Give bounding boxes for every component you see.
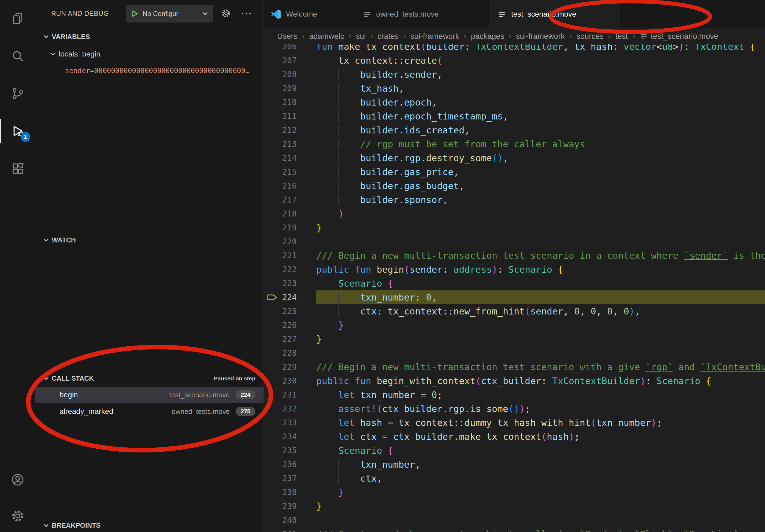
code-line[interactable]: 225 ctx: tx_context::new_from_hint(sende… [264, 304, 765, 318]
breadcrumb-item[interactable]: Users [277, 32, 298, 41]
activitybar-extensions[interactable] [0, 152, 35, 184]
breadcrumb-item[interactable]: sources [576, 32, 604, 41]
line-number[interactable]: 221 [264, 249, 297, 263]
code-line[interactable]: 232 assert!(ctx_builder.rgp.is_some()); [264, 402, 765, 416]
line-number[interactable]: 233 [264, 416, 297, 430]
breadcrumb-item[interactable]: sui [356, 32, 366, 41]
code-line[interactable]: 207 tx_context::create( [264, 54, 765, 68]
line-number[interactable]: 206 [264, 44, 297, 54]
line-number[interactable]: 237 [264, 471, 297, 485]
line-number[interactable]: 212 [264, 123, 297, 137]
breadcrumb-item[interactable]: packages [471, 32, 504, 41]
activitybar-run-debug[interactable]: 1 [0, 115, 35, 147]
line-number[interactable]: 227 [264, 332, 297, 346]
code-line[interactable]: 229/// Begin a new multi-transaction tes… [264, 360, 765, 374]
code-line[interactable]: 223 Scenario { [264, 276, 765, 290]
section-breakpoints[interactable]: BREAKPOINTS [35, 519, 264, 532]
stack-frame-begin[interactable]: begin test_scenario.move 224 [35, 387, 264, 402]
section-watch[interactable]: WATCH [35, 233, 264, 247]
line-number[interactable]: 238 [264, 485, 297, 499]
code-line[interactable]: 237 ctx, [264, 471, 765, 485]
code-line[interactable]: 224 txn_number: 0, [264, 290, 765, 304]
tab-owned-tests[interactable]: owned_tests.move [355, 0, 490, 28]
line-number[interactable]: 213 [264, 137, 297, 151]
line-number[interactable]: 214 [264, 151, 297, 165]
section-call-stack[interactable]: CALL STACK Paused on step [35, 371, 264, 386]
activitybar-source-control[interactable] [0, 78, 35, 110]
code-line[interactable]: 219} [264, 221, 765, 235]
code-line[interactable]: 241/// Creates and shares system objects… [264, 527, 765, 532]
views-more-button[interactable]: ⋯ [240, 7, 253, 20]
activitybar-search[interactable] [0, 40, 35, 72]
code-line[interactable]: 235 Scenario { [264, 443, 765, 457]
line-number[interactable]: 228 [264, 346, 297, 360]
line-number[interactable]: 208 [264, 68, 297, 82]
code-line[interactable]: 216 builder.gas_budget, [264, 179, 765, 193]
breadcrumb-item[interactable]: crates [378, 32, 398, 41]
code-line[interactable]: 240 [264, 513, 765, 527]
activitybar-account[interactable] [0, 464, 35, 496]
line-number[interactable]: 230 [264, 374, 297, 388]
code-line[interactable]: 239} [264, 499, 765, 513]
line-number[interactable]: 234 [264, 430, 297, 443]
line-number[interactable]: 211 [264, 109, 297, 123]
activitybar-settings[interactable] [0, 500, 35, 532]
line-number[interactable]: 231 [264, 388, 297, 402]
code-line[interactable]: 226 } [264, 318, 765, 332]
code-line[interactable]: 236 txn_number, [264, 457, 765, 471]
line-number[interactable]: 209 [264, 82, 297, 95]
code-line[interactable]: 228 [264, 346, 765, 360]
breadcrumb-item[interactable]: adamwelc [309, 32, 344, 41]
variable-sender[interactable]: sender = 0000000000000000000000000000000… [35, 64, 264, 77]
line-number[interactable]: 218 [264, 207, 297, 221]
line-number[interactable]: 241 [264, 527, 297, 532]
line-number[interactable]: 219 [264, 221, 297, 235]
code-line[interactable]: 214 builder.rgp.destroy_some(), [264, 151, 765, 165]
line-number[interactable]: 232 [264, 402, 297, 416]
breadcrumb-file[interactable]: test_scenario.move [640, 32, 718, 41]
debug-config-dropdown[interactable]: No Configur [126, 5, 213, 23]
section-variables[interactable]: VARIABLES [35, 30, 264, 43]
code-line[interactable]: 234 let ctx = ctx_builder.make_tx_contex… [264, 430, 765, 443]
code-line[interactable]: 215 builder.gas_price, [264, 165, 765, 179]
stack-frame-already-marked[interactable]: already_marked owned_tests.move 275 [35, 404, 264, 419]
code-line[interactable]: 213 // rgp must be set from the caller a… [264, 137, 765, 151]
code-line[interactable]: 209 tx_hash, [264, 82, 765, 95]
line-number[interactable]: 222 [264, 263, 297, 276]
breadcrumb-item[interactable]: sui-framework [516, 32, 565, 41]
code-line[interactable]: 218 ) [264, 207, 765, 221]
debug-settings-button[interactable] [220, 7, 232, 20]
code-line[interactable]: 227} [264, 332, 765, 346]
line-number[interactable]: 240 [264, 513, 297, 527]
breadcrumb-item[interactable]: test [615, 32, 628, 41]
line-number[interactable]: 207 [264, 54, 297, 68]
line-number[interactable]: 210 [264, 95, 297, 109]
code-line[interactable]: 230public fun begin_with_context(ctx_bui… [264, 374, 765, 388]
line-number[interactable]: 217 [264, 193, 297, 207]
tab-test-scenario[interactable]: test_scenario.move [490, 0, 619, 28]
activitybar-explorer[interactable] [0, 2, 35, 35]
scope-locals[interactable]: locals: begin [35, 47, 264, 61]
line-number[interactable]: 229 [264, 360, 297, 374]
line-number[interactable]: 235 [264, 443, 297, 457]
code-line[interactable]: 212 builder.ids_created, [264, 123, 765, 137]
code-line[interactable]: 222public fun begin(sender: address): Sc… [264, 263, 765, 276]
line-number[interactable]: 226 [264, 318, 297, 332]
code-line[interactable]: 206fun make_tx_context(builder: TxContex… [264, 44, 765, 54]
line-number[interactable]: 239 [264, 499, 297, 513]
line-number[interactable]: 216 [264, 179, 297, 193]
code-line[interactable]: 233 let hash = tx_context::dummy_tx_hash… [264, 416, 765, 430]
code-line[interactable]: 238 } [264, 485, 765, 499]
line-number[interactable]: 220 [264, 235, 297, 249]
line-number[interactable]: 215 [264, 165, 297, 179]
code-line[interactable]: 231 let txn_number = 0; [264, 388, 765, 402]
tab-welcome[interactable]: Welcome [264, 0, 355, 28]
code-line[interactable]: 220 [264, 235, 765, 249]
code-line[interactable]: 210 builder.epoch, [264, 95, 765, 109]
line-number[interactable]: 223 [264, 276, 297, 290]
line-number[interactable]: 225 [264, 304, 297, 318]
code-editor[interactable]: 206fun make_tx_context(builder: TxContex… [264, 44, 765, 532]
code-line[interactable]: 211 builder.epoch_timestamp_ms, [264, 109, 765, 123]
code-line[interactable]: 217 builder.sponsor, [264, 193, 765, 207]
breadcrumb-item[interactable]: sui-framework [410, 32, 459, 41]
